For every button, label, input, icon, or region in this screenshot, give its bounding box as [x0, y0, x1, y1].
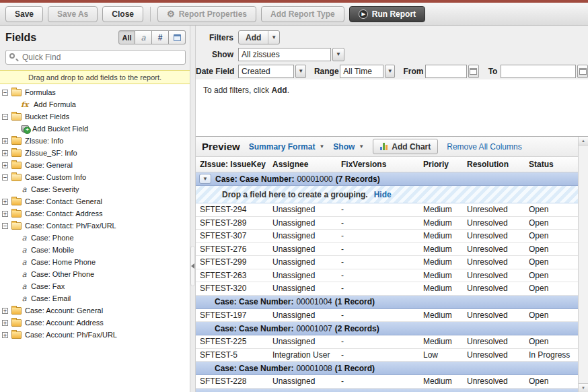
group-header-row[interactable]: Case: Case Number:00001008(1 Record) [196, 362, 578, 375]
expand-toggle-icon[interactable]: + [2, 150, 8, 156]
group-value: 00001007 [296, 324, 332, 333]
expand-toggle-icon[interactable]: + [2, 199, 8, 205]
table-row[interactable]: SFTEST-263Unassigned-MediumUnresolvedOpe… [196, 269, 578, 283]
collapse-left-arrow-icon [191, 263, 194, 269]
to-date-input[interactable] [501, 65, 576, 78]
table-row[interactable]: SFTEST-225Unassigned-MediumUnresolvedOpe… [196, 335, 578, 349]
tree-item[interactable]: aCase: Mobile [2, 244, 190, 256]
tree-item-label: Case: Email [31, 294, 71, 302]
table-row[interactable]: SFTEST-320Unassigned-MediumUnresolvedOpe… [196, 282, 578, 296]
table-row[interactable]: SFTEST-228Unassigned-MediumUnresolvedOpe… [196, 375, 578, 389]
tree-item[interactable]: aCase: Email [2, 292, 190, 304]
collapse-toggle-icon[interactable]: − [2, 114, 8, 120]
scroll-up-arrow[interactable]: ▲ [579, 137, 588, 145]
tree-item[interactable]: +Case: Contact: General [2, 195, 190, 207]
table-row[interactable]: SFTEST-197Unassigned-MediumUnresolvedOpe… [196, 309, 578, 323]
field-filter-date-button[interactable] [169, 30, 186, 44]
from-calendar-button[interactable] [468, 65, 479, 78]
table-row[interactable]: SFTEST-307Unassigned-MediumUnresolvedOpe… [196, 230, 578, 243]
table-cell: SFTEST-225 [196, 337, 268, 346]
table-cell: Open [525, 218, 578, 228]
column-header[interactable]: Resolution [463, 160, 525, 169]
group-header-row[interactable]: ▼Case: Case Number:00001000(7 Records) [196, 172, 578, 186]
tree-item[interactable]: aCase: Fax [2, 280, 190, 292]
play-icon: ▶ [359, 9, 368, 19]
collapse-toggle-icon[interactable]: − [2, 174, 8, 181]
tree-item[interactable]: −Case: Contact: Ph/Fax/URL [2, 220, 190, 232]
expand-toggle-icon[interactable]: + [2, 138, 8, 144]
expand-toggle-icon[interactable]: + [2, 211, 8, 217]
save-as-button[interactable]: Save As [48, 6, 98, 22]
column-header[interactable]: Prioriy [419, 160, 463, 169]
table-cell: Unassigned [268, 205, 337, 214]
collapse-toggle-icon[interactable]: − [2, 90, 8, 96]
tree-item[interactable]: aCase: Phone [2, 232, 190, 244]
show-select[interactable]: All zissues [238, 48, 331, 61]
quick-find-input[interactable] [5, 50, 186, 65]
field-filter-all-button[interactable]: All [118, 30, 135, 44]
tree-item[interactable]: +Case: Account: Address [2, 317, 190, 329]
date-field-select[interactable]: Created [238, 65, 294, 78]
field-filter-number-button[interactable]: # [152, 30, 169, 44]
tree-item[interactable]: Add Bucket Field [2, 123, 190, 135]
tree-item[interactable]: +Case: General [2, 159, 190, 171]
tree-item[interactable]: aCase: Home Phone [2, 256, 190, 268]
preview-scrollbar[interactable]: ▲ ▼ [578, 137, 588, 392]
table-row[interactable]: SFTEST-276Unassigned-MediumUnresolvedOpe… [196, 243, 578, 257]
add-chart-button[interactable]: Add Chart [373, 139, 438, 154]
tree-item[interactable]: fxAdd Formula [2, 98, 190, 110]
hide-link[interactable]: Hide [374, 190, 392, 199]
tree-item[interactable]: −Bucket Fields [2, 110, 190, 123]
expand-toggle-icon[interactable]: + [2, 308, 8, 314]
collapse-toggle-icon[interactable]: − [2, 223, 8, 229]
table-row[interactable]: SFTEST-299Unassigned-MediumUnresolvedOpe… [196, 256, 578, 269]
expand-toggle-icon[interactable]: + [2, 332, 8, 338]
column-header[interactable]: FixVersions [337, 160, 419, 169]
column-header[interactable]: Assignee [268, 160, 337, 169]
show-select-dropdown-button[interactable]: ▼ [332, 48, 344, 61]
table-row[interactable]: SFTEST-294Unassigned-MediumUnresolvedOpe… [196, 203, 578, 217]
preview-show-menu[interactable]: Show ▼ [333, 142, 364, 152]
panel-splitter[interactable] [190, 26, 196, 392]
save-button[interactable]: Save [5, 6, 43, 22]
tree-item[interactable]: +ZIssue: Info [2, 135, 190, 147]
run-report-button[interactable]: ▶ Run Report [349, 6, 425, 22]
field-filter-text-button[interactable]: a [135, 30, 152, 44]
chevron-down-icon[interactable]: ▼ [268, 31, 279, 44]
tree-item[interactable]: +Case: Account: General [2, 304, 190, 317]
column-header[interactable]: Status [525, 160, 578, 169]
tree-item[interactable]: +Case: Account: Ph/Fax/URL [2, 329, 190, 341]
remove-all-columns-link[interactable]: Remove All Columns [447, 142, 521, 152]
tree-item[interactable]: −Case: Custom Info [2, 171, 190, 183]
tree-item[interactable]: aCase: Other Phone [2, 268, 190, 280]
table-row[interactable]: SFTEST-289Unassigned-MediumUnresolvedOpe… [196, 217, 578, 230]
grouping-drop-zone[interactable]: Drop a field here to create a grouping.H… [196, 186, 578, 203]
tree-item[interactable]: +ZIssue_SF: Info [2, 147, 190, 159]
table-cell: Unresolved [463, 311, 525, 320]
search-icon [9, 53, 15, 59]
expand-toggle-icon[interactable]: + [2, 320, 8, 326]
to-calendar-button[interactable] [577, 65, 588, 78]
add-filter-button[interactable]: Add ▼ [238, 30, 280, 44]
from-date-input[interactable] [425, 65, 467, 78]
chevron-down-icon: ▼ [319, 143, 324, 150]
range-select[interactable]: All Time [340, 65, 383, 78]
report-properties-button[interactable]: ⚙ Report Properties [157, 6, 256, 22]
column-header[interactable]: ZIssue: IssueKey [196, 160, 268, 169]
group-header-row[interactable]: Case: Case Number:00001004(1 Record) [196, 296, 578, 309]
add-report-type-button[interactable]: Add Report Type [261, 6, 344, 22]
scroll-down-arrow[interactable]: ▼ [579, 383, 588, 392]
group-header-row[interactable]: Case: Case Number:00001007(2 Records) [196, 322, 578, 335]
close-button[interactable]: Close [102, 6, 143, 22]
tree-item[interactable]: aCase: Severity [2, 183, 190, 195]
tree-item[interactable]: +Case: Contact: Address [2, 207, 190, 220]
date-field-dropdown-button[interactable]: ▼ [295, 65, 306, 78]
range-dropdown-button[interactable]: ▼ [385, 65, 396, 78]
summary-format-menu[interactable]: Summary Format ▼ [249, 142, 325, 152]
tree-item[interactable]: −Formulas [2, 86, 190, 98]
table-cell: - [337, 231, 419, 240]
table-cell: Unresolved [463, 271, 525, 280]
group-collapse-button[interactable]: ▼ [199, 174, 211, 184]
table-row[interactable]: SFTEST-5Integration User-LowUnresolvedIn… [196, 349, 578, 362]
expand-toggle-icon[interactable]: + [2, 162, 8, 168]
